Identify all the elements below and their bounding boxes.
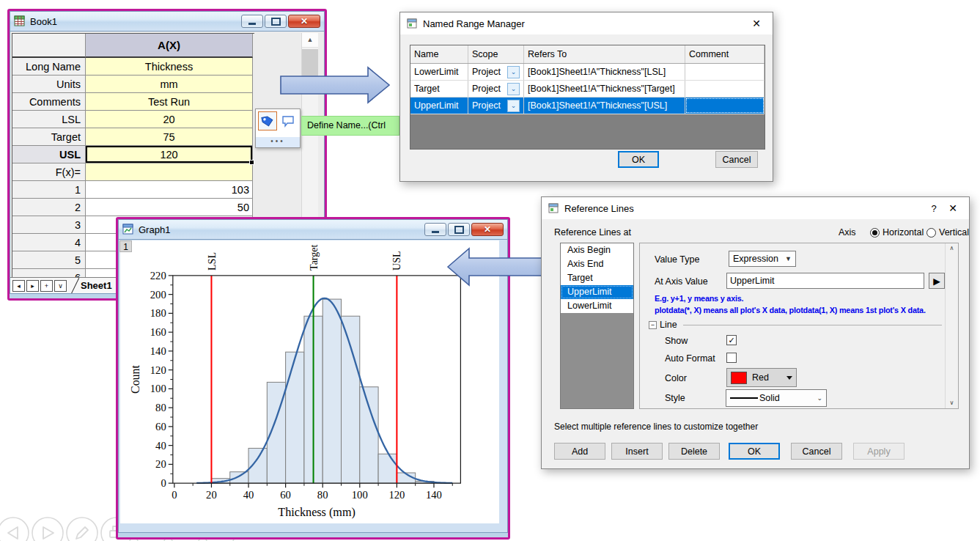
scope-dropdown-icon[interactable]: ⌄ [507, 100, 520, 112]
graph-page-number[interactable]: 1 [119, 240, 132, 252]
line-section-header[interactable]: − Line [649, 320, 942, 330]
row-number[interactable]: 2 [12, 199, 86, 216]
reference-list-item-axis-end[interactable]: Axis End [561, 257, 633, 271]
auto-format-checkbox[interactable] [726, 353, 737, 363]
row-label-target[interactable]: Target [12, 128, 86, 146]
nrm-column-header[interactable]: Comment [685, 45, 765, 63]
data-cell[interactable]: 103 [86, 181, 253, 199]
nrm-titlebar[interactable]: Named Range Manager ✕ [400, 12, 773, 34]
sheet-add-button[interactable]: + [40, 280, 53, 292]
nrm-scope-cell[interactable]: Project⌄ [468, 64, 524, 80]
comment-icon[interactable] [279, 111, 298, 130]
horizontal-radio[interactable] [870, 228, 880, 238]
reference-list-item-target[interactable]: Target [561, 271, 633, 285]
nrm-refers-to-cell[interactable]: [Book1]Sheet1!A"Thickness"[USL] [524, 97, 685, 114]
horizontal-radio-label[interactable]: Horizontal [883, 227, 924, 238]
data-cell[interactable]: 50 [86, 199, 253, 216]
reference-list-item-lowerlimit[interactable]: LowerLimit [561, 299, 633, 313]
scroll-up-icon[interactable]: ▲ [302, 33, 318, 48]
cell-usl[interactable]: 120 [86, 146, 253, 163]
cell-target[interactable]: 75 [86, 128, 253, 146]
nrm-column-header[interactable]: Name [410, 45, 468, 63]
row-number[interactable]: 4 [12, 234, 86, 251]
at-axis-value-input[interactable] [726, 273, 924, 289]
cell-long-name[interactable]: Thickness [86, 58, 253, 76]
sheet-next-button[interactable]: ▸ [26, 280, 39, 292]
minimize-button[interactable] [424, 223, 446, 236]
scroll-down-icon[interactable]: ∨ [946, 398, 958, 408]
nrm-column-header[interactable]: Scope [468, 45, 524, 63]
nrm-name-cell[interactable]: UpperLimit [410, 97, 468, 114]
sheet-list-button[interactable]: ∨ [54, 280, 67, 292]
x-tick-label: 20 [206, 489, 217, 501]
cancel-button[interactable]: Cancel [715, 151, 758, 168]
show-checkbox[interactable]: ✓ [726, 335, 737, 345]
vertical-radio[interactable] [926, 228, 936, 238]
collapse-icon[interactable]: − [649, 321, 657, 329]
delete-button[interactable]: Delete [668, 443, 720, 460]
reference-list-item-axis-begin[interactable]: Axis Begin [561, 243, 633, 257]
cell-lsl[interactable]: 20 [86, 111, 253, 128]
help-icon[interactable]: ? [924, 203, 943, 214]
color-dropdown[interactable]: Red [726, 368, 797, 387]
cell-f-x-[interactable] [86, 163, 253, 181]
nrm-row[interactable]: LowerLimitProject⌄[Book1]Sheet1!A"Thickn… [410, 64, 765, 81]
minimize-button[interactable] [241, 15, 263, 28]
style-dropdown[interactable]: Solid ⌄ [726, 389, 827, 407]
ok-button[interactable]: OK [729, 443, 780, 460]
close-icon[interactable]: ✕ [747, 18, 766, 29]
refdlg-titlebar[interactable]: Reference Lines ? ✕ [542, 197, 969, 219]
row-label-comments[interactable]: Comments [12, 93, 86, 111]
nrm-name-cell[interactable]: LowerLimit [410, 64, 468, 80]
panel-scrollbar[interactable]: ∧ ∨ [945, 243, 958, 408]
nrm-name-cell[interactable]: Target [410, 81, 468, 97]
close-button[interactable]: ✕ [288, 15, 320, 28]
nrm-scope-cell[interactable]: Project⌄ [468, 97, 524, 114]
close-icon[interactable]: ✕ [943, 202, 962, 214]
mini-toolbar-more[interactable]: ••• [256, 137, 300, 147]
scope-dropdown-icon[interactable]: ⌄ [507, 83, 520, 95]
sheet-tab[interactable]: Sheet1 [81, 280, 112, 291]
nrm-refers-to-cell[interactable]: [Book1]Sheet1!A"Thickness"[LSL] [524, 64, 685, 80]
nrm-scope-cell[interactable]: Project⌄ [468, 81, 524, 97]
expression-flyout-button[interactable]: ▶ [929, 273, 945, 289]
nrm-column-header[interactable]: Refers To [524, 45, 685, 63]
reference-list-item-upperlimit[interactable]: UpperLimit [561, 285, 633, 299]
row-label-units[interactable]: Units [12, 76, 86, 93]
column-header-ax[interactable]: A(X) [86, 34, 253, 58]
row-label-long-name[interactable]: Long Name [12, 58, 86, 76]
sheet-prev-button[interactable]: ◂ [12, 280, 25, 292]
nrm-row[interactable]: UpperLimitProject⌄[Book1]Sheet1!A"Thickn… [410, 97, 765, 114]
back-icon[interactable] [8, 527, 18, 539]
value-type-dropdown[interactable]: Expression ▼ [729, 251, 796, 267]
scroll-up-icon[interactable]: ∧ [946, 243, 958, 254]
nrm-row[interactable]: TargetProject⌄[Book1]Sheet1!A"Thickness"… [410, 81, 765, 97]
insert-button[interactable]: Insert [611, 443, 663, 460]
nrm-comment-cell[interactable] [685, 64, 765, 80]
row-label-usl[interactable]: USL [12, 146, 86, 163]
nrm-refers-to-cell[interactable]: [Book1]Sheet1!A"Thickness"[Target] [524, 81, 685, 97]
maximize-button[interactable] [448, 223, 470, 236]
graph1-titlebar[interactable]: Graph1 ✕ [118, 219, 508, 240]
corner-cell[interactable] [12, 34, 86, 58]
nrm-comment-cell[interactable] [685, 97, 765, 114]
define-name-tag-icon[interactable] [258, 111, 277, 130]
scope-dropdown-icon[interactable]: ⌄ [507, 66, 520, 78]
ok-button[interactable]: OK [618, 151, 659, 168]
row-number[interactable]: 5 [12, 251, 86, 269]
book1-titlebar[interactable]: Book1 ✕ [10, 11, 325, 32]
close-button[interactable]: ✕ [471, 223, 504, 236]
add-button[interactable]: Add [554, 443, 605, 460]
cell-comments[interactable]: Test Run [86, 93, 253, 111]
edit-icon[interactable] [76, 527, 88, 539]
row-label-f-x-[interactable]: F(x)= [12, 163, 86, 181]
play-icon[interactable] [43, 527, 54, 539]
row-label-lsl[interactable]: LSL [12, 111, 86, 128]
row-number[interactable]: 3 [12, 216, 86, 234]
row-number[interactable]: 1 [12, 181, 86, 199]
nrm-comment-cell[interactable] [685, 81, 765, 97]
cell-units[interactable]: mm [86, 76, 253, 93]
cancel-button[interactable]: Cancel [791, 443, 842, 460]
vertical-radio-label[interactable]: Vertical [939, 227, 969, 238]
maximize-button[interactable] [265, 15, 287, 28]
